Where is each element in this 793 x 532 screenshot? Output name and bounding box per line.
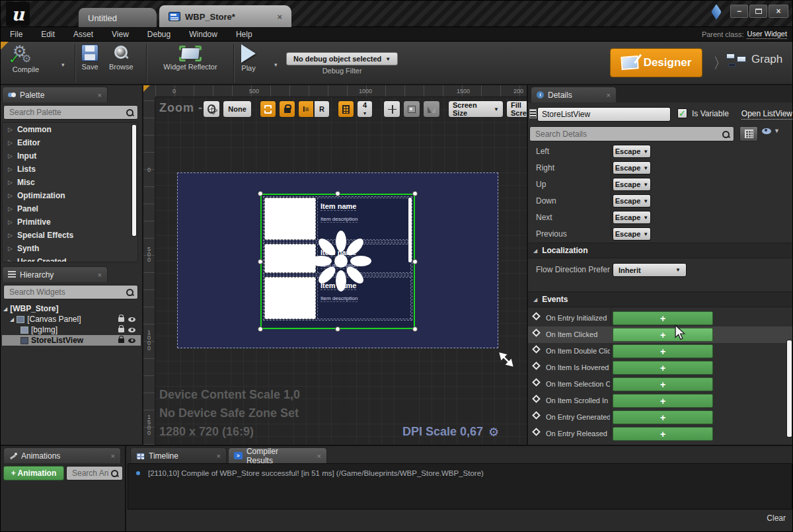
resize-handle[interactable]: [412, 191, 418, 196]
debug-object-select[interactable]: No debug object selected ▼: [286, 52, 398, 65]
close-icon[interactable]: ×: [104, 452, 115, 460]
compile-options-caret[interactable]: ▾: [61, 61, 65, 68]
add-animation-button[interactable]: + Animation: [3, 466, 64, 480]
hierarchy-node-bgimg[interactable]: [bgImg]: [2, 324, 141, 335]
gear-icon[interactable]: ⚙: [488, 425, 499, 439]
menu-item[interactable]: Edit: [32, 30, 64, 39]
palette-category[interactable]: ▷ Editor: [3, 136, 137, 149]
minimize-button[interactable]: −: [730, 5, 748, 18]
designer-mode-button[interactable]: Designer: [610, 48, 702, 77]
grid-snap-size-select[interactable]: 4▾: [357, 100, 373, 118]
hierarchy-tab[interactable]: Hierarchy ×: [2, 266, 108, 282]
palette-category[interactable]: ▷ Synth: [3, 242, 137, 255]
maximize-button[interactable]: [749, 5, 767, 18]
add-event-button[interactable]: +: [613, 311, 713, 325]
palette-search-input[interactable]: [8, 107, 126, 118]
navigation-rule-select[interactable]: Escape▼: [613, 194, 651, 208]
text-baseline-toggle[interactable]: I≡: [298, 100, 314, 118]
lock-icon[interactable]: [118, 338, 124, 343]
details-search-input[interactable]: [534, 129, 722, 139]
compiler-log-line[interactable]: [2110,10] Compile of WBP_Store successfu…: [136, 469, 484, 477]
palette-category[interactable]: ▷ Optimization: [3, 189, 137, 202]
details-tab[interactable]: i Details ×: [531, 87, 617, 102]
expand-arrow-icon[interactable]: ▷: [8, 245, 13, 252]
widget-name-input[interactable]: [537, 107, 671, 122]
palette-category[interactable]: ▷ Panel: [3, 202, 137, 215]
close-icon[interactable]: ×: [91, 271, 102, 279]
save-button[interactable]: Save: [81, 44, 98, 71]
resize-handle[interactable]: [412, 326, 418, 332]
expand-arrow-icon[interactable]: ▷: [8, 258, 13, 262]
expand-arrow-icon[interactable]: ▷: [8, 219, 13, 225]
close-icon[interactable]: ×: [91, 91, 102, 99]
resize-handle[interactable]: [258, 191, 263, 196]
hierarchy-search[interactable]: [3, 285, 138, 299]
visibility-icon[interactable]: [128, 338, 135, 343]
flow-direction-select[interactable]: Inherit▼: [613, 263, 687, 277]
play-button[interactable]: Play: [241, 44, 256, 72]
visibility-icon[interactable]: [128, 317, 135, 322]
widget-reflector-button[interactable]: Widget Reflector: [154, 44, 227, 71]
expand-arrow-icon[interactable]: ◢: [10, 317, 14, 323]
listview-scrollbar[interactable]: [408, 198, 412, 262]
lock-icon[interactable]: [118, 328, 124, 332]
palette-category[interactable]: ▷ User Created: [3, 255, 137, 262]
palette-category[interactable]: ▷ Primitive: [3, 215, 137, 229]
navigation-rule-select[interactable]: Escape▼: [613, 145, 651, 158]
navigation-rule-select[interactable]: Escape▼: [613, 227, 651, 241]
resize-handle[interactable]: [335, 191, 340, 196]
transform-mode-button[interactable]: [383, 100, 400, 118]
events-section-header[interactable]: ◢ Events: [528, 291, 793, 307]
resize-handle[interactable]: [258, 326, 263, 332]
play-options-caret[interactable]: ▾: [274, 61, 278, 68]
palette-tab[interactable]: Palette ×: [2, 87, 108, 102]
animations-search[interactable]: [66, 466, 123, 480]
close-icon[interactable]: ×: [600, 91, 611, 99]
is-variable-checkbox[interactable]: ✓: [677, 108, 687, 118]
expand-arrow-icon[interactable]: ▷: [8, 179, 13, 186]
grid-snap-toggle[interactable]: [338, 100, 354, 118]
lock-icon[interactable]: [118, 317, 124, 322]
tab-close-icon[interactable]: ×: [266, 12, 282, 22]
lock-widgets-toggle[interactable]: [279, 100, 295, 118]
open-listview-link[interactable]: Open ListView: [741, 109, 792, 120]
close-icon[interactable]: ×: [210, 452, 221, 460]
add-event-button[interactable]: +: [613, 410, 713, 424]
resize-handle[interactable]: [412, 259, 418, 264]
hierarchy-node-wbp-store[interactable]: ◢ [WBP_Store]: [2, 303, 141, 314]
browse-button[interactable]: Browse: [109, 44, 133, 71]
flip-preview-button[interactable]: [423, 100, 440, 118]
preview-language-select[interactable]: None: [223, 100, 252, 118]
expand-arrow-icon[interactable]: ▷: [8, 166, 13, 172]
add-event-button[interactable]: +: [613, 361, 713, 375]
hierarchy-node-storelistview[interactable]: StoreListView: [2, 335, 141, 346]
palette-search[interactable]: [3, 105, 138, 120]
compiler-results-tab[interactable]: > Compiler Results ×: [228, 447, 327, 463]
fill-screen-select[interactable]: Fill Screen▼: [506, 100, 527, 118]
localization-preview-globe-button[interactable]: [203, 100, 220, 118]
add-event-button[interactable]: +: [613, 344, 713, 358]
palette-category[interactable]: ▷ Misc: [3, 176, 137, 189]
menu-item[interactable]: Window: [180, 30, 227, 39]
animations-tab[interactable]: Animations ×: [3, 447, 121, 463]
menu-item[interactable]: Asset: [64, 30, 102, 39]
palette-category[interactable]: ▷ Special Effects: [3, 229, 137, 242]
navigation-rule-select[interactable]: Escape▼: [613, 178, 651, 191]
palette-category[interactable]: ▷ Common: [3, 123, 137, 136]
localization-section-header[interactable]: ◢ Localization: [528, 243, 793, 258]
window-tab-wbp-store[interactable]: WBP_Store* ×: [159, 5, 291, 28]
add-event-button[interactable]: +: [613, 328, 713, 342]
preview-canvas[interactable]: Item name Item description Item name Ite…: [177, 172, 498, 348]
animations-search-input[interactable]: [71, 468, 110, 478]
expand-arrow-icon[interactable]: ▷: [8, 206, 13, 212]
palette-category[interactable]: ▷ Lists: [3, 163, 137, 176]
hierarchy-search-input[interactable]: [8, 287, 126, 297]
graph-mode-button[interactable]: Graph: [726, 52, 782, 67]
screen-size-select[interactable]: Screen Size▼: [448, 100, 504, 118]
navigation-rule-select[interactable]: Escape▼: [613, 161, 651, 174]
menu-item[interactable]: View: [102, 30, 138, 39]
property-matrix-button[interactable]: [739, 126, 758, 141]
hierarchy-node-canvas-panel[interactable]: ◢ [Canvas Panel]: [2, 314, 141, 324]
palette-scrollbar[interactable]: [132, 125, 136, 236]
tutorial-icon[interactable]: [710, 7, 724, 18]
